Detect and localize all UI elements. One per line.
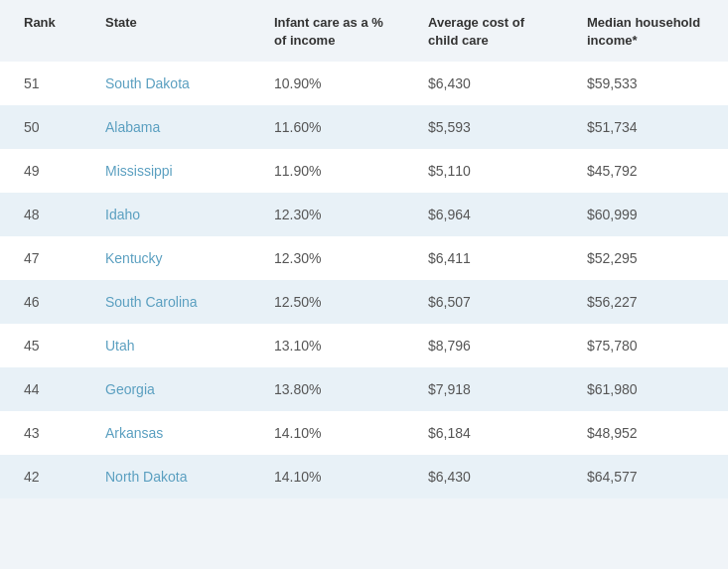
cell-median-income: $60,999 (571, 193, 728, 236)
table-header-row: Rank State Infant care as a % of income … (0, 0, 728, 62)
cell-infant-pct: 12.50% (258, 280, 412, 324)
table-row: 48Idaho12.30%$6,964$60,999 (0, 193, 728, 236)
cell-median-income: $48,952 (571, 411, 728, 455)
table-container: Rank State Infant care as a % of income … (0, 0, 728, 498)
cell-infant-pct: 14.10% (258, 411, 412, 455)
col-infant-pct: Infant care as a % of income (258, 0, 412, 62)
cell-state: Mississippi (89, 149, 258, 193)
cell-state: South Carolina (89, 280, 258, 324)
table-row: 45Utah13.10%$8,796$75,780 (0, 324, 728, 367)
cell-state: Idaho (89, 193, 258, 236)
cell-avg-cost: $5,593 (412, 105, 571, 149)
cell-state: Georgia (89, 367, 258, 411)
cell-median-income: $61,980 (571, 367, 728, 411)
cell-avg-cost: $6,430 (412, 62, 571, 105)
col-state: State (89, 0, 258, 62)
cell-state: South Dakota (89, 62, 258, 105)
table-row: 42North Dakota14.10%$6,430$64,577 (0, 455, 728, 498)
col-median-income: Median household income* (571, 0, 728, 62)
cell-median-income: $75,780 (571, 324, 728, 367)
cell-infant-pct: 13.80% (258, 367, 412, 411)
cell-rank: 48 (0, 193, 89, 236)
cell-median-income: $64,577 (571, 455, 728, 498)
cell-rank: 43 (0, 411, 89, 455)
cell-infant-pct: 12.30% (258, 193, 412, 236)
table-row: 49Mississippi11.90%$5,110$45,792 (0, 149, 728, 193)
cell-infant-pct: 14.10% (258, 455, 412, 498)
cell-avg-cost: $6,964 (412, 193, 571, 236)
cell-median-income: $59,533 (571, 62, 728, 105)
cell-infant-pct: 12.30% (258, 236, 412, 280)
col-avg-cost: Average cost of child care (412, 0, 571, 62)
cell-avg-cost: $5,110 (412, 149, 571, 193)
col-rank: Rank (0, 0, 89, 62)
cell-infant-pct: 11.60% (258, 105, 412, 149)
table-row: 44Georgia13.80%$7,918$61,980 (0, 367, 728, 411)
cell-state: Arkansas (89, 411, 258, 455)
cell-rank: 49 (0, 149, 89, 193)
cell-median-income: $52,295 (571, 236, 728, 280)
cell-rank: 50 (0, 105, 89, 149)
table-row: 51South Dakota10.90%$6,430$59,533 (0, 62, 728, 105)
cell-infant-pct: 11.90% (258, 149, 412, 193)
cell-median-income: $56,227 (571, 280, 728, 324)
cell-rank: 47 (0, 236, 89, 280)
cell-state: Alabama (89, 105, 258, 149)
table-row: 47Kentucky12.30%$6,411$52,295 (0, 236, 728, 280)
cell-avg-cost: $8,796 (412, 324, 571, 367)
cell-infant-pct: 10.90% (258, 62, 412, 105)
table-row: 46South Carolina12.50%$6,507$56,227 (0, 280, 728, 324)
cell-avg-cost: $7,918 (412, 367, 571, 411)
cell-state: Utah (89, 324, 258, 367)
cell-infant-pct: 13.10% (258, 324, 412, 367)
table-row: 43Arkansas14.10%$6,184$48,952 (0, 411, 728, 455)
cell-rank: 45 (0, 324, 89, 367)
cell-avg-cost: $6,411 (412, 236, 571, 280)
cell-avg-cost: $6,184 (412, 411, 571, 455)
cell-rank: 42 (0, 455, 89, 498)
cell-rank: 44 (0, 367, 89, 411)
cell-avg-cost: $6,507 (412, 280, 571, 324)
table-row: 50Alabama11.60%$5,593$51,734 (0, 105, 728, 149)
cell-state: Kentucky (89, 236, 258, 280)
cell-rank: 51 (0, 62, 89, 105)
cell-median-income: $51,734 (571, 105, 728, 149)
table-body: 51South Dakota10.90%$6,430$59,53350Alaba… (0, 62, 728, 498)
cell-state: North Dakota (89, 455, 258, 498)
cell-rank: 46 (0, 280, 89, 324)
cell-median-income: $45,792 (571, 149, 728, 193)
data-table: Rank State Infant care as a % of income … (0, 0, 728, 498)
cell-avg-cost: $6,430 (412, 455, 571, 498)
